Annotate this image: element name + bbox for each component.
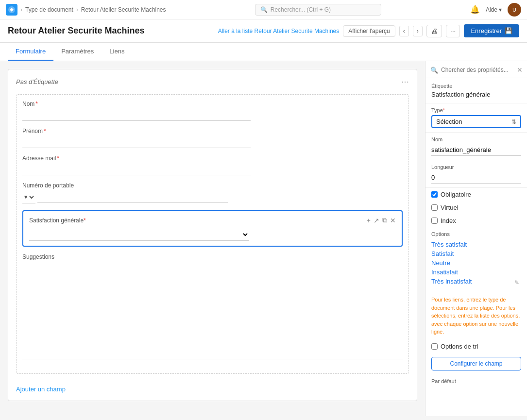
index-checkbox[interactable] (431, 218, 438, 224)
more-options-button[interactable]: ··· (446, 25, 460, 37)
save-label: Enregistrer (471, 27, 502, 34)
obligatoire-label: Obligatoire (441, 191, 471, 198)
form-card-title: Pas d'Étiquette (16, 78, 58, 85)
satisfaction-delete-icon[interactable]: ✕ (390, 217, 396, 224)
satisfaction-label: Satisfaction générale* (29, 217, 86, 224)
sidebar-options-section: Options Très satisfait Satisfait Neutre … (425, 227, 527, 292)
aide-menu[interactable]: Aide ▾ (486, 6, 502, 13)
nav-next-button[interactable]: › (413, 26, 423, 36)
phone-field-wrapper: ▾ (22, 191, 403, 203)
type-select[interactable]: Sélection Texte Nombre Date Booléen Lien (436, 118, 511, 125)
tabs-bar: Formulaire Paramètres Liens (0, 43, 527, 61)
configure-field-button[interactable]: Configurer le champ (431, 357, 521, 370)
phone-country-select[interactable]: ▾ (22, 191, 35, 203)
field-phone: Numéro de portable ▾ (22, 182, 403, 203)
sort-options-label: Options de tri (441, 343, 478, 350)
nav-actions: 🔔 Aide ▾ U (470, 3, 521, 17)
field-satisfaction[interactable]: Satisfaction générale* + ↗ ⧉ ✕ Très sati… (22, 210, 403, 247)
nav-prev-button[interactable]: ‹ (399, 26, 409, 36)
sort-options-checkbox[interactable] (431, 343, 438, 350)
global-search[interactable]: 🔍 Rechercher... (Ctrl + G) (255, 4, 381, 16)
search-area: 🔍 Rechercher... (Ctrl + G) (166, 4, 470, 16)
tab-formulaire[interactable]: Formulaire (8, 43, 53, 61)
option-tres-insatisfait[interactable]: Très insatisfait (431, 277, 521, 286)
option-tres-satisfait[interactable]: Très satisfait (431, 240, 521, 249)
notifications-icon[interactable]: 🔔 (470, 5, 480, 14)
type-select-arrow-icon: ⇅ (511, 118, 516, 125)
satisfaction-link-icon[interactable]: ↗ (374, 217, 379, 224)
sidebar-default-section: Par défaut (425, 374, 527, 390)
sidebar-type-label: Type* (431, 107, 521, 113)
form-card: Pas d'Étiquette ⋯ Nom* Prénom* (8, 69, 417, 401)
options-list: Très satisfait Satisfait Neutre Insatisf… (431, 240, 521, 286)
page-title: Retour Atelier Securite Machines (8, 26, 144, 36)
sidebar-longueur-section: Longueur (425, 160, 527, 188)
satisfaction-header: Satisfaction générale* + ↗ ⧉ ✕ (29, 216, 396, 224)
breadcrumb-doc-type[interactable]: Type de document (25, 6, 73, 13)
page-actions: Aller à la liste Retour Atelier Securite… (218, 24, 519, 37)
sidebar-etiquette-section: Étiquette Satisfaction générale (425, 78, 527, 103)
add-field-link[interactable]: Ajouter un champ (16, 386, 66, 393)
print-button[interactable]: 🖨 (426, 25, 442, 37)
tab-parametres[interactable]: Paramètres (53, 43, 102, 61)
sidebar-close-icon[interactable]: ✕ (517, 66, 523, 74)
tab-liens[interactable]: Liens (102, 43, 132, 61)
option-insatisfait[interactable]: Insatisfait (431, 268, 521, 277)
field-prenom-input[interactable] (22, 136, 251, 148)
breadcrumb-sep-1: › (20, 6, 22, 13)
virtuel-label: Virtuel (441, 204, 459, 211)
main-layout: Pas d'Étiquette ⋯ Nom* Prénom* (0, 61, 527, 416)
sidebar-sort-options-group: Options de tri (425, 340, 527, 353)
sidebar-etiquette-label: Étiquette (431, 83, 521, 89)
virtuel-checkbox[interactable] (431, 204, 438, 211)
field-prenom: Prénom* (22, 128, 403, 148)
aide-label: Aide (486, 6, 497, 13)
option-neutre[interactable]: Neutre (431, 258, 521, 268)
suggestions-textarea[interactable] (22, 262, 403, 359)
field-phone-label: Numéro de portable (22, 182, 403, 189)
app-logo[interactable] (6, 4, 17, 16)
sidebar-nom-input[interactable] (431, 144, 521, 156)
field-email-input[interactable] (22, 164, 251, 175)
sidebar-longueur-input[interactable] (431, 172, 521, 184)
form-card-header: Pas d'Étiquette ⋯ (16, 77, 409, 86)
top-navbar: › Type de document › Retour Atelier Secu… (0, 0, 527, 19)
field-suggestions: Suggestions (22, 253, 403, 361)
preview-button[interactable]: Afficher l'aperçu (343, 25, 395, 37)
field-email: Adresse mail* (22, 155, 403, 175)
satisfaction-add-icon[interactable]: + (367, 217, 371, 224)
options-edit-icon[interactable]: ✎ (514, 279, 519, 286)
sidebar-search: 🔍 ✕ (425, 61, 527, 78)
options-label: Options (431, 231, 521, 237)
obligatoire-checkbox[interactable] (431, 191, 438, 198)
sidebar-longueur-label: Longueur (431, 164, 521, 170)
field-phone-input[interactable] (37, 191, 228, 203)
list-link[interactable]: Aller à la liste Retour Atelier Securite… (218, 28, 339, 34)
sidebar-search-input[interactable] (441, 67, 514, 73)
sidebar-help-text: Pour les liens, entrez le type de docume… (425, 292, 527, 340)
breadcrumb-current[interactable]: Retour Atelier Securite Machines (81, 6, 166, 13)
user-avatar[interactable]: U (508, 3, 521, 17)
satisfaction-copy-icon[interactable]: ⧉ (382, 216, 387, 224)
option-satisfait[interactable]: Satisfait (431, 249, 521, 258)
form-section: Nom* Prénom* Adresse mail* (16, 94, 409, 374)
field-nom-label: Nom* (22, 101, 403, 107)
index-label: Index (441, 217, 456, 224)
aide-chevron-icon: ▾ (499, 6, 502, 13)
form-card-menu-icon[interactable]: ⋯ (401, 77, 409, 86)
save-button[interactable]: Enregistrer 💾 (464, 24, 519, 37)
suggestions-label: Suggestions (22, 253, 403, 260)
sidebar-type-section: Type* Sélection Texte Nombre Date Boolée… (425, 103, 527, 133)
default-label: Par défaut (431, 378, 521, 384)
breadcrumb-area: › Type de document › Retour Atelier Secu… (6, 4, 166, 16)
save-icon: 💾 (505, 27, 512, 34)
sidebar-obligatoire-group: Obligatoire (425, 188, 527, 201)
field-prenom-label: Prénom* (22, 128, 403, 134)
sidebar-search-icon: 🔍 (430, 67, 438, 74)
sidebar-nom-label: Nom (431, 136, 521, 142)
satisfaction-select[interactable]: Très satisfait Satisfait Neutre Insatisf… (29, 228, 249, 241)
form-area: Pas d'Étiquette ⋯ Nom* Prénom* (0, 61, 425, 416)
sidebar-etiquette-value: Satisfaction générale (431, 91, 521, 98)
field-nom-input[interactable] (22, 109, 251, 121)
sidebar-virtuel-group: Virtuel (425, 201, 527, 214)
